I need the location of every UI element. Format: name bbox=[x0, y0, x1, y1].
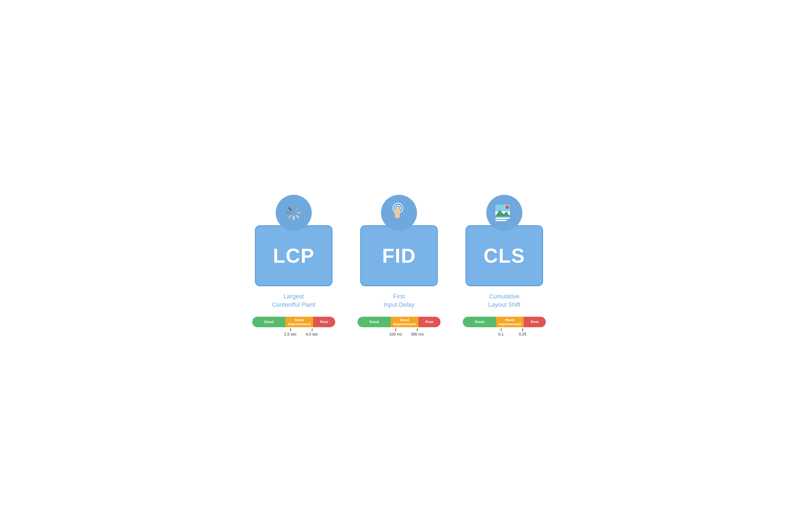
touch-icon bbox=[388, 200, 410, 225]
tick-line bbox=[395, 328, 396, 331]
cls-ticks: 0.10.25 bbox=[463, 328, 546, 337]
image-icon bbox=[494, 203, 515, 223]
fid-abbr-text: FID bbox=[382, 244, 416, 267]
svg-rect-3 bbox=[296, 214, 300, 219]
lcp-name: LargestContentful Paint bbox=[272, 292, 316, 309]
cls-tick-label-2: 0.25 bbox=[519, 332, 526, 336]
spinner-icon bbox=[284, 203, 303, 223]
svg-rect-4 bbox=[293, 216, 294, 220]
cls-scale-bar: GoodNeedImprovementPoor bbox=[463, 317, 546, 327]
main-container: LCPLargestContentful PaintGoodNeedImprov… bbox=[247, 195, 551, 337]
lcp-bar-good: Good bbox=[252, 317, 285, 327]
lcp-icon-circle bbox=[276, 195, 312, 231]
fid-icon-circle bbox=[381, 195, 417, 231]
tick-line bbox=[417, 328, 418, 331]
fid-ticks: 100 ms300 ms bbox=[358, 328, 440, 337]
tick-line bbox=[501, 328, 501, 331]
fid-tick-label-2: 300 ms bbox=[411, 332, 424, 336]
lcp-ticks: 2.5 sec4.0 sec bbox=[252, 328, 335, 337]
fid-bar-need: NeedImprovement bbox=[391, 317, 418, 327]
metric-card-cls: CLSCumulativeLayout ShiftGoodNeedImprove… bbox=[463, 195, 546, 337]
lcp-abbr-text: LCP bbox=[273, 244, 315, 267]
svg-point-11 bbox=[396, 208, 400, 212]
lcp-scale-bar: GoodNeedImprovementPoor bbox=[252, 317, 335, 327]
svg-rect-16 bbox=[495, 217, 510, 219]
tick-line bbox=[522, 328, 523, 331]
fid-bar-good: Good bbox=[358, 317, 391, 327]
fid-scale-wrapper: GoodNeedImprovementPoor100 ms300 ms bbox=[358, 317, 440, 337]
fid-bar-poor: Poor bbox=[418, 317, 440, 327]
fid-name: FirstInput Delay bbox=[383, 292, 414, 309]
cls-tick-label-1: 0.1 bbox=[498, 332, 504, 336]
fid-tick-label-1: 100 ms bbox=[389, 332, 402, 336]
lcp-scale-wrapper: GoodNeedImprovementPoor2.5 sec4.0 sec bbox=[252, 317, 335, 337]
cls-abbr-box: CLS bbox=[466, 225, 543, 286]
cls-bar-poor: Poor bbox=[524, 317, 546, 327]
fid-scale-bar: GoodNeedImprovementPoor bbox=[358, 317, 440, 327]
svg-rect-5 bbox=[288, 214, 292, 219]
tick-line bbox=[290, 328, 291, 331]
lcp-abbr-box: LCP bbox=[255, 225, 332, 286]
cls-scale-wrapper: GoodNeedImprovementPoor0.10.25 bbox=[463, 317, 546, 337]
metric-card-lcp: LCPLargestContentful PaintGoodNeedImprov… bbox=[252, 195, 335, 337]
lcp-tick-label-1: 2.5 sec bbox=[284, 332, 297, 336]
cls-icon-circle bbox=[486, 195, 522, 231]
metric-card-fid: FIDFirstInput DelayGoodNeedImprovementPo… bbox=[358, 195, 440, 337]
svg-rect-1 bbox=[296, 207, 300, 211]
cls-bar-need: NeedImprovement bbox=[496, 317, 524, 327]
fid-abbr-box: FID bbox=[360, 225, 438, 286]
cls-name: CumulativeLayout Shift bbox=[488, 292, 520, 309]
fid-tick-1: 100 ms bbox=[389, 328, 402, 336]
svg-rect-6 bbox=[286, 212, 291, 214]
cls-bar-good: Good bbox=[463, 317, 496, 327]
fid-tick-2: 300 ms bbox=[411, 328, 424, 336]
tick-line bbox=[312, 328, 312, 331]
svg-point-15 bbox=[506, 206, 509, 209]
lcp-tick-1: 2.5 sec bbox=[284, 328, 297, 336]
svg-rect-17 bbox=[495, 220, 507, 221]
cls-tick-2: 0.25 bbox=[519, 328, 526, 336]
lcp-bar-poor: Poor bbox=[313, 317, 335, 327]
lcp-tick-2: 4.0 sec bbox=[306, 328, 318, 336]
cls-tick-1: 0.1 bbox=[498, 328, 504, 336]
lcp-bar-need: NeedImprovement bbox=[285, 317, 313, 327]
svg-rect-2 bbox=[297, 212, 301, 214]
svg-rect-0 bbox=[293, 205, 294, 210]
lcp-tick-label-2: 4.0 sec bbox=[306, 332, 318, 336]
cls-abbr-text: CLS bbox=[483, 244, 525, 267]
svg-rect-7 bbox=[288, 207, 292, 211]
